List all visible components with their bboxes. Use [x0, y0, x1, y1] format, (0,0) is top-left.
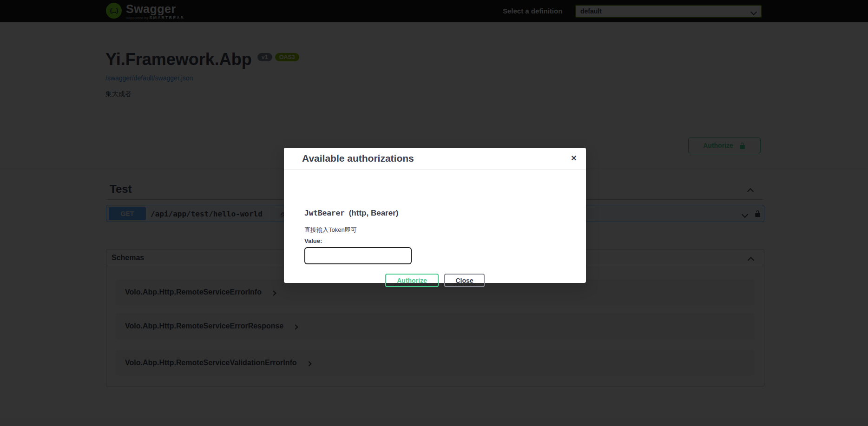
- close-icon[interactable]: ✕: [568, 152, 580, 164]
- token-value-input[interactable]: [304, 247, 412, 264]
- modal-authorize-button[interactable]: Authorize: [385, 274, 439, 287]
- auth-scheme-type: (http, Bearer): [349, 209, 399, 218]
- modal-title: Available authorizations: [302, 153, 414, 164]
- auth-scheme-name: JwtBearer: [304, 209, 345, 217]
- auth-scheme-description: 直接输入Token即可: [304, 226, 357, 234]
- value-label: Value:: [304, 237, 322, 244]
- modal-close-button[interactable]: Close: [444, 274, 485, 287]
- authorizations-modal: Available authorizations ✕ JwtBearer (ht…: [284, 148, 586, 283]
